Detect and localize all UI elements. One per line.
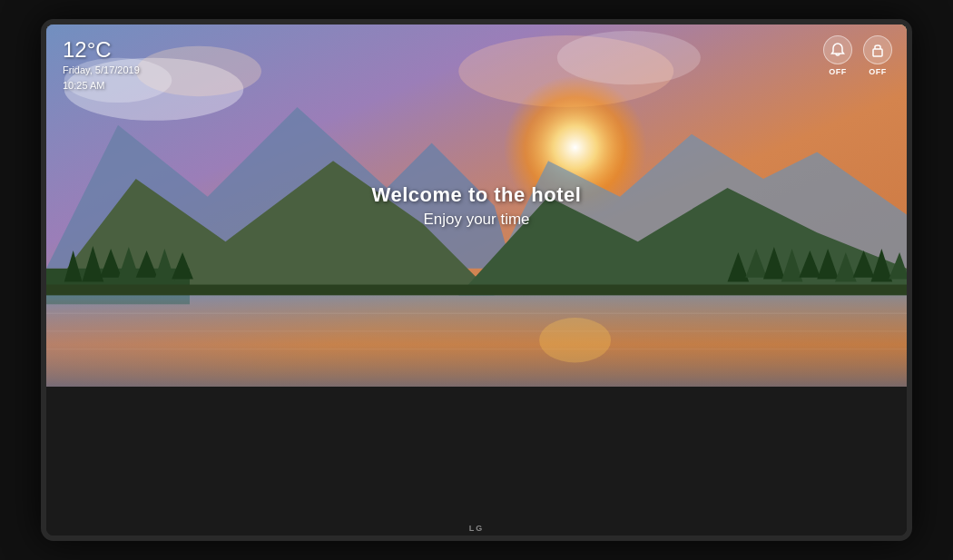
- lg-logo: LG: [469, 524, 485, 533]
- welcome-text-block: Welcome to the hotel Enjoy your time: [372, 183, 582, 229]
- screen: 12°C Friday, 5/17/2019 10:25 AM OFF: [46, 25, 907, 521]
- welcome-subtitle: Enjoy your time: [372, 211, 582, 229]
- welcome-overlay: Welcome to the hotel Enjoy your time: [46, 25, 907, 387]
- welcome-title: Welcome to the hotel: [372, 183, 582, 207]
- tv-frame: 12°C Friday, 5/17/2019 10:25 AM OFF: [41, 19, 912, 541]
- tv-bottom-bar: LG: [46, 521, 907, 535]
